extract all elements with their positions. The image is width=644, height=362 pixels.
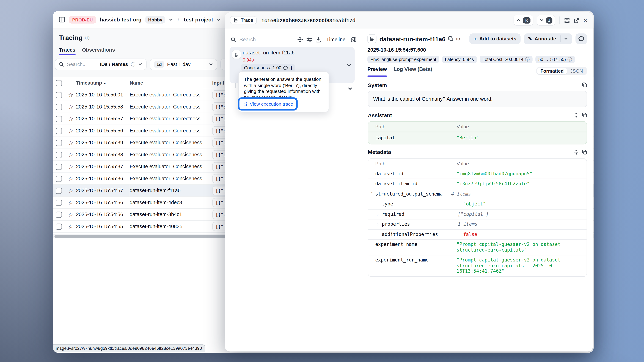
close-icon[interactable]: ✕ [583,17,588,23]
tab-preview[interactable]: Preview [368,66,387,77]
kv-row: capital"Berlin" [368,132,587,144]
system-message-box: What is the capital of Germany? Answer i… [368,91,587,107]
score-comment-text: The generation answers the question with… [238,72,328,100]
trace-name: dataset-run-item-f11a6 [130,185,212,196]
select-all-checkbox[interactable] [56,80,62,86]
kv-row: dataset_item_id"i3nz7e9jfjv9z58r4fh2zpte… [368,179,587,189]
external-link-icon [243,102,248,106]
detail-scroll-area[interactable]: System What is the capital of Germany? A… [361,77,593,351]
copy-icon[interactable] [582,82,587,87]
project-name[interactable]: test-project [184,16,213,23]
tab-traces[interactable]: Traces [59,47,76,55]
row-checkbox[interactable] [56,164,62,170]
tab-log-view[interactable]: Log View (Beta) [394,66,432,77]
column-header-timestamp[interactable]: Timestamp▼ [76,77,130,89]
collapse-chevron-icon[interactable]: › [370,191,375,197]
download-icon[interactable] [316,37,321,42]
bookmark-star-icon[interactable]: ☆ [68,92,73,98]
search-input[interactable]: Search... IDs / Names ⓘ [55,58,146,70]
add-to-datasets-button[interactable]: + Add to datasets [470,33,520,44]
copy-icon[interactable] [582,113,587,117]
row-checkbox[interactable] [56,104,62,110]
view-execution-trace-link[interactable]: View execution trace [250,101,293,106]
score-badge[interactable]: Conciseness: 1.00 {} [241,64,295,71]
bookmark-star-icon[interactable]: ☆ [68,116,73,122]
expand-chevron-icon[interactable]: › [376,222,382,227]
annotate-button[interactable]: ✎ Annotate [524,33,572,44]
row-checkbox[interactable] [56,212,62,218]
node-chevron-down-icon[interactable] [346,63,351,68]
trace-timestamp: 2025-10-16 15:55:58 [76,101,130,113]
column-header-name[interactable]: Name [130,77,212,89]
org-chevron-down-icon[interactable] [169,17,173,22]
trace-name: dataset-run-item-40835 [130,221,212,232]
metric-badge: 50 → 5 (Σ 55)ⓘ [536,56,575,63]
copy-icon[interactable] [582,150,587,155]
expand-icon[interactable] [564,17,570,23]
row-checkbox[interactable] [56,176,62,182]
row-checkbox[interactable] [56,92,62,98]
kv-value: 1 items [458,222,582,227]
org-name[interactable]: hassieb-test-org [100,16,142,23]
external-link-icon[interactable] [574,17,580,23]
metric-badge: Total Cost: $0.00014ⓘ [480,56,532,63]
bookmark-star-icon[interactable]: ☆ [68,175,73,182]
collapse-observations-icon[interactable] [297,37,303,42]
bookmark-star-icon[interactable]: ☆ [68,127,73,134]
project-chevron-down-icon[interactable] [217,17,221,22]
expand-chevron-icon[interactable]: › [376,212,382,217]
trace-id: 1c1e6b260b693a6760200f831eabf17d [261,17,356,23]
trace-timestamp: 2025-10-16 15:55:39 [76,137,130,149]
next-trace-button[interactable]: J [536,15,555,26]
timeline-toggle-label[interactable]: Timeline [326,37,346,42]
date-range-chevron-icon [209,62,213,66]
col-value: Value [457,124,469,130]
tree-search-input[interactable]: Search [240,37,256,42]
annotate-chevron-icon[interactable] [564,37,568,41]
kv-row[interactable]: ›properties1 items [368,219,587,229]
trace-peek-drawer: Trace 1c1e6b260b693a6760200f831eabf17d K… [225,12,593,352]
bookmark-star-icon[interactable]: ☆ [68,187,73,194]
row-checkbox[interactable] [56,199,62,206]
copy-icon[interactable] [448,36,453,41]
bookmark-star-icon[interactable]: ☆ [68,151,73,158]
row-checkbox[interactable] [56,116,62,122]
prev-trace-button[interactable]: K [514,15,533,26]
bookmark-star-icon[interactable]: ☆ [68,139,73,146]
kv-value: "object" [463,201,582,207]
score-comment-tooltip: The generation answers the question with… [238,71,329,112]
row-checkbox[interactable] [56,188,62,194]
assistant-output-table: PathValue capital"Berlin" [368,121,587,144]
expand-rows-icon[interactable] [574,150,579,155]
expand-rows-icon[interactable] [574,113,579,117]
format-toggle-formatted[interactable]: Formatted [537,67,567,74]
bookmark-star-icon[interactable]: ☆ [68,199,73,206]
collapse-panel-icon[interactable] [350,36,357,43]
comments-button[interactable] [576,33,587,44]
row-checkbox[interactable] [56,152,62,158]
sidebar-toggle-icon[interactable] [58,16,65,23]
kv-value: false [463,232,582,237]
date-range-chip: 1d [154,61,164,67]
row-checkbox[interactable] [56,223,62,230]
date-range-label: Past 1 day [167,61,190,67]
bookmark-star-icon[interactable]: ☆ [68,163,73,170]
tab-observations[interactable]: Observations [82,47,115,55]
bookmark-star-icon[interactable]: ☆ [68,223,73,230]
settings-sliders-icon[interactable] [306,37,312,42]
bookmark-star-icon[interactable]: ☆ [68,103,73,110]
format-toggle-json[interactable]: JSON [567,67,586,74]
kv-row[interactable]: ›structured_output_schema4 items [368,189,587,199]
info-icon[interactable]: ⓘ [85,36,90,40]
kv-row[interactable]: ›required["capital"] [368,209,587,219]
node2-chevron-down-icon[interactable] [348,86,352,91]
bookmark-star-icon[interactable]: ☆ [68,211,73,218]
date-range-picker[interactable]: 1d Past 1 day [150,58,217,70]
plan-badge: Hobby [145,16,165,23]
search-type-chevron-icon[interactable] [138,62,142,66]
kv-row: experiment_run_name"Prompt capital-guess… [368,255,587,276]
observation-tree-icon [232,50,241,59]
row-checkbox[interactable] [56,128,62,134]
row-checkbox[interactable] [56,140,62,146]
id-label[interactable]: ID [456,36,460,41]
